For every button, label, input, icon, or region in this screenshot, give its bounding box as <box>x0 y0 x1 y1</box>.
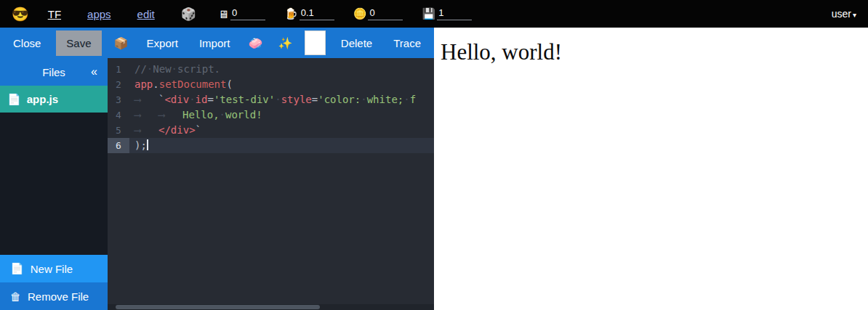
token-property: setDocument <box>159 78 227 90</box>
editor-code: //·New·script.app.setDocument(⟶`<div·id=… <box>129 62 434 153</box>
token-ws: · <box>361 94 366 105</box>
line-number: 6 <box>108 138 129 153</box>
token-punct: = <box>312 94 318 105</box>
floppy-disk-icon: 💾 <box>422 7 435 20</box>
files-header: Files « <box>0 58 108 86</box>
collapse-sidebar-icon[interactable]: « <box>91 65 97 78</box>
editor-body: Files « 📄 app.js 📄 New File 🗑 Remove Fil… <box>0 58 434 310</box>
code-line[interactable]: ⟶</div>` <box>129 123 434 138</box>
new-file-icon: 📄 <box>10 262 24 275</box>
app-logo-icon: 😎 <box>12 6 29 23</box>
line-number: 5 <box>108 123 129 138</box>
token-string: 'test-div' <box>214 94 275 105</box>
remove-file-icon: 🗑 <box>10 290 21 303</box>
delete-button[interactable]: Delete <box>335 30 378 56</box>
main-content: Close Save 📦 Export Import 🧼 ✨ Delete Tr… <box>0 28 868 310</box>
token-attr: id <box>196 94 208 105</box>
token-ws: · <box>189 94 195 105</box>
code-editor[interactable]: 123456 //·New·script.app.setDocument(⟶`<… <box>108 58 434 310</box>
token-ws: · <box>172 63 177 75</box>
close-button[interactable]: Close <box>7 30 47 56</box>
editor-pane: Close Save 📦 Export Import 🧼 ✨ Delete Tr… <box>0 28 434 310</box>
token-comment: // <box>134 63 147 75</box>
user-menu-label: user <box>832 8 851 20</box>
import-button[interactable]: Import <box>193 30 236 56</box>
color-swatch-button[interactable] <box>305 30 326 55</box>
monitor-icon: 🖥 <box>218 8 229 20</box>
token-tab: ⟶ <box>134 123 158 138</box>
nav-link-tf[interactable]: TF <box>48 8 61 20</box>
token-tag: <div <box>164 94 189 105</box>
token-tab: ⟶ <box>134 107 158 123</box>
token-tag: </div> <box>158 124 196 136</box>
token-punct: ); <box>134 139 147 151</box>
output-preview: Hello, world! <box>434 28 868 310</box>
line-number: 3 <box>108 92 129 107</box>
code-line[interactable]: ); <box>129 138 434 153</box>
stat-disk: 💾 <box>422 7 472 20</box>
token-string: Hello, <box>182 109 220 121</box>
token-punct: = <box>207 94 213 105</box>
stat-coin: 🪙 <box>353 7 403 20</box>
beer-stat-input[interactable] <box>300 7 334 20</box>
token-attr: style <box>281 94 312 105</box>
text-cursor <box>147 139 148 150</box>
user-menu[interactable]: user▾ <box>832 8 856 20</box>
dice-icon[interactable]: 🎲 <box>181 7 196 22</box>
token-string: world! <box>225 109 262 121</box>
token-tab: ⟶ <box>158 107 182 123</box>
monitor-stat-input[interactable] <box>230 7 265 20</box>
files-header-label: Files <box>42 66 65 78</box>
stat-beer: 🍺 <box>284 7 334 20</box>
package-icon[interactable]: 📦 <box>111 30 132 57</box>
token-string: 'color: <box>318 94 361 105</box>
token-string-delim: ` <box>196 124 201 136</box>
token-ws: · <box>403 94 409 105</box>
save-button[interactable]: Save <box>56 30 101 56</box>
code-line[interactable]: //·New·script. <box>129 62 434 77</box>
disk-stat-input[interactable] <box>437 7 472 20</box>
remove-file-label: Remove File <box>28 290 89 303</box>
token-punct: ( <box>226 78 232 90</box>
nav-link-edit[interactable]: edit <box>137 8 155 20</box>
trace-button[interactable]: Trace <box>387 30 427 56</box>
token-string: f <box>410 94 416 105</box>
file-sidebar: Files « 📄 app.js 📄 New File 🗑 Remove Fil… <box>0 58 108 310</box>
token-comment: New <box>153 63 171 75</box>
file-list-space <box>0 113 108 255</box>
token-ws: · <box>275 94 281 105</box>
document-icon: 📄 <box>7 93 21 106</box>
editor-gutter: 123456 <box>108 62 129 153</box>
token-variable: app <box>134 78 153 90</box>
nav-link-apps[interactable]: apps <box>87 8 111 20</box>
stat-monitor: 🖥 <box>218 7 265 20</box>
topbar: 😎 TF apps edit 🎲 🖥 🍺 🪙 💾 user▾ <box>0 0 868 28</box>
code-line[interactable]: app.setDocument( <box>129 77 434 92</box>
token-tab: ⟶ <box>134 92 158 107</box>
scrollbar-thumb[interactable] <box>116 305 320 309</box>
line-number: 2 <box>108 77 129 92</box>
caret-down-icon: ▾ <box>853 11 856 19</box>
token-string: white; <box>367 94 404 105</box>
coin-icon: 🪙 <box>353 7 367 20</box>
coin-stat-input[interactable] <box>368 7 403 20</box>
code-line[interactable]: ⟶`<div·id='test-div'·style='color:·white… <box>129 92 434 107</box>
rendered-output-text: Hello, world! <box>441 39 868 65</box>
new-file-label: New File <box>31 263 73 275</box>
horizontal-scrollbar[interactable] <box>108 304 434 310</box>
soap-icon[interactable]: 🧼 <box>245 30 265 57</box>
line-number: 1 <box>108 62 129 77</box>
code-area: 123456 //·New·script.app.setDocument(⟶`<… <box>108 58 434 153</box>
token-ws: · <box>220 109 225 121</box>
file-item-appjs[interactable]: 📄 app.js <box>0 86 108 113</box>
editor-toolbar: Close Save 📦 Export Import 🧼 ✨ Delete Tr… <box>0 28 434 58</box>
remove-file-button[interactable]: 🗑 Remove File <box>0 282 108 310</box>
new-file-button[interactable]: 📄 New File <box>0 255 108 282</box>
token-punct: . <box>153 78 158 90</box>
code-line[interactable]: ⟶⟶Hello,·world! <box>129 107 434 123</box>
file-name: app.js <box>27 93 58 105</box>
beer-icon: 🍺 <box>284 7 298 20</box>
line-number: 4 <box>108 107 129 123</box>
export-button[interactable]: Export <box>141 30 184 56</box>
sparkles-icon[interactable]: ✨ <box>275 30 295 57</box>
